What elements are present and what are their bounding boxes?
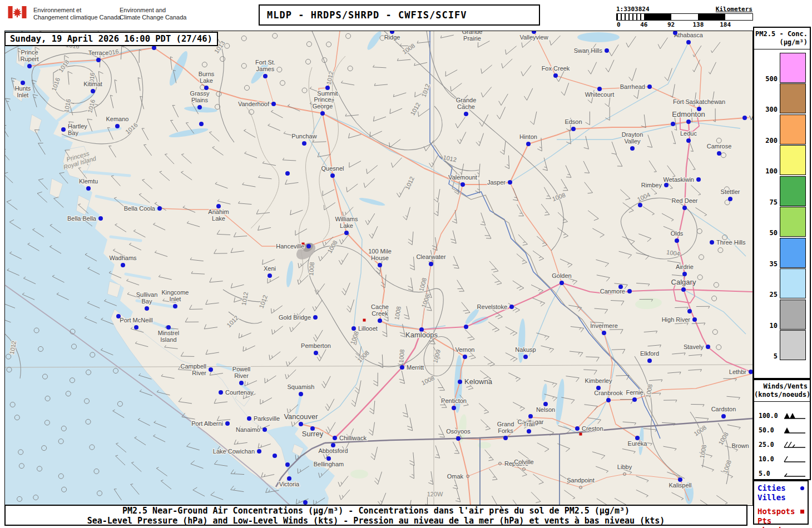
city-dot: [116, 314, 121, 318]
pm25-level-swatch: [780, 300, 806, 330]
city-dot: [632, 397, 637, 402]
geo-label: 120W: [427, 491, 443, 497]
city-dot: [452, 406, 456, 410]
city-dot: [216, 204, 221, 208]
pm25-level-row: 300: [754, 83, 810, 114]
city-label: Lillooet: [358, 325, 378, 332]
city-dot: [257, 449, 261, 454]
scale-tick-label: 138: [692, 21, 704, 28]
ptschauds-legend-row: Pts chauds: [757, 516, 804, 528]
city-label: Terrace: [88, 49, 109, 56]
city-dot: [638, 203, 642, 207]
city-label: GrassyPlains: [190, 90, 210, 103]
logo-text-french: Environnement etChangement climatique Ca…: [33, 7, 121, 21]
wind-speed-row: 25.0: [759, 437, 806, 452]
city-label: BurnsLake: [199, 71, 215, 84]
city-label: High River: [662, 316, 691, 323]
city-dot: [378, 263, 382, 267]
scale-tick-label: 92: [667, 21, 675, 28]
wind-barb-icon: [782, 440, 806, 449]
canada-flag-icon: [7, 6, 28, 18]
city-dot: [728, 197, 732, 201]
city-label: PrinceRupert: [20, 49, 38, 62]
city-label: Vancouver: [284, 412, 318, 421]
pm25-level-row: 5: [754, 330, 810, 361]
legend-separator: [754, 49, 810, 49]
city-dot: [686, 40, 691, 44]
pm25-level-label: 35: [770, 260, 778, 268]
scale-segment: [671, 14, 699, 20]
city-dot: [197, 105, 202, 109]
city-dot: [509, 305, 514, 309]
caption-line2: Sea-Level Pressure (hPa) and Low-Level W…: [6, 516, 746, 526]
city-label: Bella Coola: [124, 205, 156, 212]
city-label: Cranbrook: [594, 390, 623, 396]
city-label: Valleyview: [519, 34, 548, 41]
scale-segment: [644, 14, 671, 20]
city-label: Klemtu: [79, 178, 98, 185]
city-dot: [314, 351, 318, 355]
pm25-level-label: 5: [774, 352, 778, 360]
wind-barb-icon: [782, 411, 806, 420]
wind-speed-label: 25.0: [759, 441, 774, 449]
city-label: Whitecourt: [585, 91, 615, 98]
city-label: Abbotsford: [318, 447, 348, 454]
city-label: Omak: [447, 473, 464, 480]
datetime-bar: Sunday, 19 April 2026 16:00 PDT (27/46): [4, 32, 218, 46]
pm25-level-swatch: [780, 114, 806, 145]
pm25-level-label: 500: [765, 75, 778, 83]
pm25-legend: PM2.5 - Conc.(µg/m³) 5003002001007550352…: [753, 27, 811, 379]
pm25-level-swatch: [780, 268, 806, 298]
city-dot: [157, 206, 162, 211]
city-dot: [686, 119, 691, 124]
city-dot: [543, 402, 548, 406]
pm25-level-swatch: [780, 53, 806, 83]
city-label: DraytonValley: [622, 131, 643, 145]
city-label: Victoria: [279, 481, 300, 487]
city-label: Squamish: [288, 383, 315, 390]
hotspot-marker: [580, 433, 582, 436]
city-label: Bellingham: [314, 461, 344, 467]
wind-legend-rows: 100.050.025.010.05.0: [754, 404, 810, 481]
city-label: Surrey: [302, 430, 324, 438]
isobar-label: 1008: [308, 262, 315, 276]
city-dot: [461, 182, 465, 187]
wind-legend: Winds/Vents(knots/noeuds) 100.050.025.01…: [753, 379, 811, 480]
city-label: Revelstoke: [477, 303, 507, 310]
city-dot: [166, 325, 171, 330]
city-label: Camrose: [707, 143, 732, 150]
city-dot: [98, 216, 103, 221]
city-label: Xeni: [264, 265, 276, 272]
city-label: Penticton: [441, 397, 467, 404]
city-label: Rimbey: [641, 182, 662, 188]
city-label: GrandForks: [497, 421, 514, 434]
city-label: Parksville: [254, 415, 280, 422]
city-dot: [351, 326, 356, 331]
city-dot: [687, 309, 692, 313]
city-dot: [686, 138, 691, 143]
pm25-level-swatch: [780, 330, 806, 360]
city-dot: [173, 304, 177, 308]
city-dot: [225, 421, 230, 426]
city-dot: [400, 365, 404, 370]
city-label: Clearwater: [416, 253, 446, 260]
city-dot: [606, 398, 611, 402]
city-label: Creston: [582, 425, 603, 432]
pm25-level-swatch: [780, 145, 806, 175]
pm25-level-label: 300: [765, 106, 778, 113]
city-label: Gold Bridge: [279, 314, 311, 321]
city-dot: [134, 325, 138, 330]
city-dot: [27, 64, 32, 68]
pm25-level-row: 10: [754, 298, 810, 330]
city-dot: [627, 289, 632, 293]
scale-segment: [698, 14, 725, 20]
city-dot: [209, 367, 213, 372]
city-label: Kelowna: [464, 377, 493, 386]
eccc-weather-map-page: Environnement etChangement climatique Ca…: [0, 0, 812, 528]
city-label: Port McNeill: [120, 317, 152, 323]
city-dot: [273, 454, 277, 458]
wind-speed-row: 10.0: [759, 452, 806, 466]
city-dot: [247, 416, 251, 421]
pm25-level-row: 100: [754, 145, 810, 176]
city-label: Wadhams: [109, 255, 137, 261]
